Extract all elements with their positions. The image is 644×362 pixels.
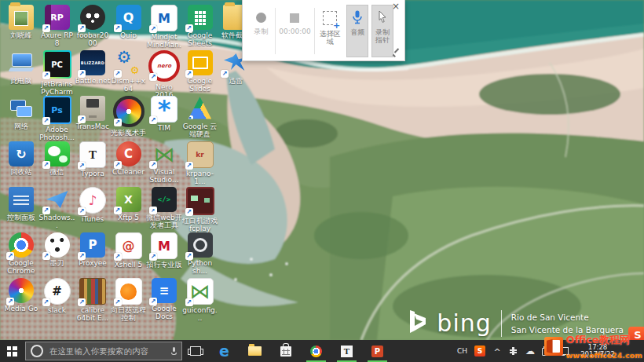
cmb-icon: M↗ <box>151 232 177 259</box>
desktop-icon-quip[interactable]: Q↗Quip <box>111 5 147 39</box>
shortcut-arrow-icon: ↗ <box>114 119 122 126</box>
shortcut-arrow-icon: ↗ <box>42 252 50 260</box>
select-region-button[interactable]: 选择区域 <box>317 5 343 57</box>
desktop-icon-label: 墨刀 <box>39 259 75 267</box>
desktop-icon-drive[interactable]: ↗Google 云端硬盘 <box>182 96 218 138</box>
desktop-icon-wechat[interactable]: ↗微信 <box>39 141 75 176</box>
desktop-icon-shadowsocks[interactable]: ↗Shadows... <box>39 187 75 229</box>
desktop-icon-sunflower[interactable]: ▶↗向日葵远程控制 <box>111 278 147 322</box>
desktop-icon-nero[interactable]: nero↗Nero 2016 <box>146 50 182 99</box>
desktop-icon-label: 微信 <box>39 168 75 176</box>
controlpanel-icon <box>9 187 34 212</box>
record-pointer-toggle-button[interactable]: 录制指针 <box>371 5 393 57</box>
desktop-icon-mindjet[interactable]: M↗Mindjet MindMan... <box>146 5 182 49</box>
record-button[interactable]: 录制 <box>249 5 273 57</box>
usb-icon[interactable] <box>509 346 518 357</box>
desktop-icon-folder-photo[interactable]: 刘晓峰 <box>3 5 39 39</box>
cursor-icon <box>377 10 388 24</box>
desktop-icon-proxyee[interactable]: P↗Proxyee <box>75 232 111 267</box>
network-icon <box>9 96 34 121</box>
ime-icon[interactable]: S <box>474 346 485 357</box>
shortcut-arrow-icon: ↗ <box>149 116 157 124</box>
watermark-site-name: Office教程网 <box>566 334 630 346</box>
task-view-icon <box>190 346 201 356</box>
desktop-icon-xftp[interactable]: X↗Xftp 5 <box>111 187 147 221</box>
toolbar-divider <box>314 8 315 54</box>
site-watermark: Office教程网 www.office24.com <box>544 331 642 361</box>
close-icon[interactable]: × <box>392 2 400 11</box>
desktop-root: 刘晓峰RP↗Axure RP 8↗foobar2000Q↗QuipM↗Mindj… <box>0 0 644 362</box>
desktop-icon-sheets[interactable]: ↗Google Sheets <box>182 5 218 47</box>
wechat-icon: ↗ <box>45 141 70 166</box>
taskbar-app-store[interactable] <box>270 340 301 362</box>
taskbar-search[interactable] <box>25 342 182 360</box>
desktop-icon-tim[interactable]: *↗TIM <box>146 96 182 132</box>
desktop-icon-label: Media Go <box>3 305 39 313</box>
desktop-icon-gdocs[interactable]: ≡↗Google Docs <box>146 278 182 320</box>
desktop-icon-label: foobar2000 <box>75 31 111 47</box>
desktop-icon-wxdev[interactable]: </>↗微信web开发者工具 <box>146 187 182 229</box>
task-view-button[interactable] <box>184 340 207 362</box>
pin-icon[interactable] <box>393 48 401 56</box>
desktop-icon-label: 网络 <box>3 122 39 130</box>
desktop-icon-pythonsh[interactable]: ↗Python sh... <box>182 232 218 275</box>
desktop-icon-chrome[interactable]: ↗Google Chrome <box>3 232 39 275</box>
desktop-icon-transmac[interactable]: ↗TransMac <box>75 96 111 130</box>
desktop-icon-label: 招行专业版 <box>146 261 182 269</box>
desktop-icon-battlenet[interactable]: BLIZZARD↗Battle.net <box>75 50 111 85</box>
thispc-icon <box>9 50 34 75</box>
desktop-icon-neoimaging[interactable]: ↗光影魔术手 <box>111 96 147 137</box>
desktop-icon-fcplay[interactable]: ↗红白机游戏 fcplay <box>182 187 218 232</box>
language-indicator[interactable]: CH <box>457 347 467 355</box>
desktop-icon-ccleaner[interactable]: C↗CCleaner <box>111 141 147 176</box>
desktop-icon-network[interactable]: 网络 <box>3 96 39 130</box>
taskbar-app-file-explorer[interactable] <box>240 340 270 362</box>
desktop-icon-modao[interactable]: ↗墨刀 <box>39 232 75 267</box>
microphone-icon <box>352 10 363 24</box>
itunes-icon: ♪↗ <box>79 187 106 214</box>
search-mic-icon[interactable] <box>171 347 177 355</box>
desktop-icon-slack[interactable]: #↗slack <box>39 278 75 314</box>
desktop-icon-label: 此电脑 <box>3 77 39 85</box>
record-icon <box>256 13 266 23</box>
audio-toggle-button[interactable]: 音频 <box>346 5 368 57</box>
chevron-icon[interactable] <box>492 346 502 357</box>
xftp-icon: X↗ <box>116 187 141 212</box>
record-label: 录制 <box>254 27 268 35</box>
desktop-icon-dism[interactable]: ↗Dism++x64 <box>111 50 147 93</box>
edge-icon: e <box>219 344 229 359</box>
store-icon <box>280 346 291 357</box>
start-button[interactable] <box>0 340 24 362</box>
stop-timer-button[interactable]: 00:00:00 <box>276 5 313 57</box>
desktop-icon-typora[interactable]: T↗Typora <box>75 141 111 177</box>
desktop-icon-slides[interactable]: ↗Google Slides <box>182 50 218 93</box>
desktop-icon-guiconfig[interactable]: ⋈↗guiconfig... <box>182 278 218 322</box>
desktop-icon-thispc[interactable]: 此电脑 <box>3 50 39 85</box>
taskbar-app-chrome[interactable] <box>301 340 331 362</box>
desktop-icon-controlpanel[interactable]: 控制面板 <box>3 187 39 221</box>
shortcut-arrow-icon: ↗ <box>185 70 193 78</box>
shortcut-arrow-icon: ↗ <box>114 298 122 306</box>
bing-separator <box>501 310 502 337</box>
toolbar-divider <box>275 8 276 54</box>
desktop-icon-recycle[interactable]: ↻回收站 <box>3 141 39 176</box>
desktop-icon-mediago[interactable]: ↗Media Go <box>3 278 39 313</box>
shortcut-arrow-icon: ↗ <box>6 252 14 260</box>
desktop-icon-vstudio[interactable]: ⋈↗Visual Studio... <box>146 141 182 184</box>
desktop-icon-pycharm[interactable]: PC↗JetBrains PyCharm ... <box>39 50 75 97</box>
desktop-icon-calibre[interactable]: ↗calibre 64bit E... <box>75 278 111 322</box>
desktop-icon-axure[interactable]: RP↗Axure RP 8 <box>39 5 75 47</box>
shortcut-arrow-icon: ↗ <box>114 253 122 261</box>
desktop-icon-cmb[interactable]: M↗招行专业版 <box>146 232 182 269</box>
taskbar-app-typora[interactable]: T <box>331 340 362 362</box>
desktop-icon-photoshop[interactable]: Ps↗Adobe Photosh... <box>39 96 75 141</box>
taskbar-app-powerpoint[interactable]: P <box>362 340 393 362</box>
taskbar-app-edge[interactable]: e <box>209 340 240 362</box>
desktop-icon-itunes[interactable]: ♪↗iTunes <box>75 187 111 223</box>
search-input[interactable] <box>48 346 166 357</box>
desktop-icon-xshell[interactable]: @↗Xshell 5 <box>111 232 147 269</box>
modao-icon: ↗ <box>45 232 70 258</box>
cloud-icon[interactable] <box>525 346 535 357</box>
desktop-icon-foobar[interactable]: ↗foobar2000 <box>75 5 111 47</box>
desktop-icon-krpano[interactable]: kr↗krpano-1... <box>182 141 218 185</box>
